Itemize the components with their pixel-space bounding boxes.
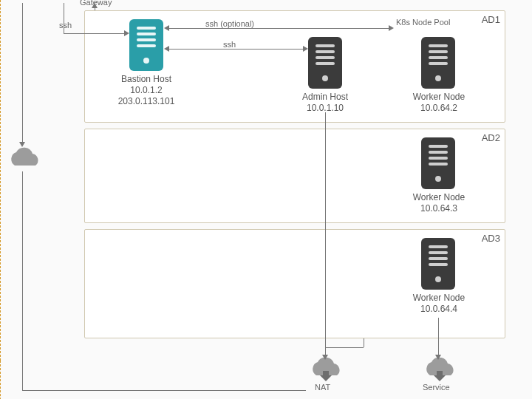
worker3-name: Worker Node bbox=[413, 293, 465, 303]
arrow-icon bbox=[124, 30, 129, 36]
internet-cloud-icon bbox=[4, 146, 41, 171]
service-label: Service bbox=[423, 383, 450, 392]
connector bbox=[22, 3, 23, 143]
column-line bbox=[0, 361, 1, 399]
worker2-name: Worker Node bbox=[413, 192, 465, 202]
service-cloud-icon bbox=[420, 358, 457, 383]
worker3-label: Worker Node 10.0.64.4 bbox=[405, 293, 473, 315]
arrow-icon bbox=[92, 3, 98, 8]
bastion-ip2: 203.0.113.101 bbox=[118, 96, 175, 106]
worker2-label: Worker Node 10.0.64.3 bbox=[405, 192, 473, 214]
admin-label: Admin Host 10.0.1.10 bbox=[294, 92, 356, 114]
arrow-icon bbox=[389, 25, 394, 31]
ad3-label: AD3 bbox=[482, 233, 500, 244]
arrow-icon bbox=[164, 25, 169, 31]
connector bbox=[325, 112, 326, 356]
admin-ip: 10.0.1.10 bbox=[307, 103, 344, 113]
connector bbox=[166, 49, 304, 50]
arrow-icon bbox=[164, 46, 169, 52]
bastion-ip1: 10.0.1.2 bbox=[130, 85, 162, 95]
worker2-server-icon bbox=[421, 137, 455, 189]
bastion-server-icon bbox=[129, 19, 163, 71]
admin-server-icon bbox=[308, 37, 342, 89]
column-line bbox=[0, 0, 1, 361]
worker2-ip: 10.0.64.3 bbox=[420, 203, 457, 214]
ssh-optional-label: ssh (optional) bbox=[204, 19, 256, 28]
worker1-server-icon bbox=[421, 37, 455, 89]
nat-label: NAT bbox=[315, 383, 330, 392]
diagram-canvas: Gateway AD1 AD2 AD3 K8s Node Pool Bastio… bbox=[0, 0, 532, 399]
connector bbox=[166, 28, 390, 29]
connector bbox=[325, 347, 364, 348]
worker1-name: Worker Node bbox=[413, 92, 465, 102]
connector bbox=[438, 318, 439, 356]
worker3-server-icon bbox=[421, 238, 455, 290]
connector bbox=[22, 390, 306, 391]
k8s-pool-label: K8s Node Pool bbox=[395, 18, 451, 27]
arrow-icon bbox=[303, 46, 308, 52]
connector bbox=[64, 33, 126, 34]
connector bbox=[22, 171, 23, 390]
connector bbox=[364, 338, 364, 347]
nat-cloud-icon bbox=[306, 358, 343, 383]
worker3-ip: 10.0.64.4 bbox=[420, 304, 457, 314]
ssh-label-1: ssh bbox=[59, 21, 72, 30]
arrow-icon bbox=[19, 142, 25, 147]
bastion-name: Bastion Host bbox=[121, 74, 171, 84]
worker1-ip: 10.0.64.2 bbox=[420, 103, 457, 113]
ad2-label: AD2 bbox=[482, 132, 500, 143]
ad1-label: AD1 bbox=[482, 14, 500, 25]
arrow-icon bbox=[322, 355, 328, 360]
bastion-label: Bastion Host 10.0.1.2 203.0.113.101 bbox=[109, 74, 183, 107]
worker1-label: Worker Node 10.0.64.2 bbox=[405, 92, 473, 114]
arrow-icon bbox=[435, 355, 441, 360]
admin-name: Admin Host bbox=[302, 92, 348, 102]
ssh-label-2: ssh bbox=[222, 40, 237, 49]
